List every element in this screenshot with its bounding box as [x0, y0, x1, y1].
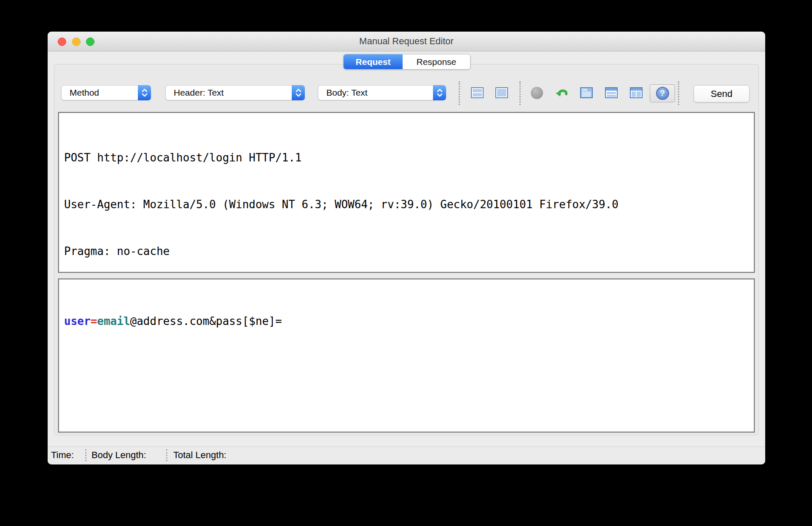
help-button[interactable]: ?	[650, 84, 675, 102]
body-param-value: email	[97, 315, 130, 327]
status-separator	[166, 449, 167, 461]
send-button[interactable]: Send	[694, 85, 750, 102]
body-rest: @address.com&pass[$ne]=	[130, 315, 282, 327]
updown-chevrons-icon	[433, 85, 446, 100]
manual-request-editor-window: Manual Request Editor Request Response M…	[48, 32, 765, 464]
updown-chevrons-icon	[292, 85, 305, 100]
horizontal-split-icon[interactable]	[605, 86, 618, 99]
body-format-dropdown-value: Body: Text	[318, 88, 433, 98]
tab-response[interactable]: Response	[403, 54, 470, 69]
status-bar: Time: Body Length: Total Length:	[48, 447, 765, 463]
header-line: Pragma: no-cache	[64, 244, 755, 259]
header-format-dropdown[interactable]: Header: Text	[165, 85, 305, 100]
method-dropdown-value: Method	[62, 88, 138, 98]
combined-view-icon[interactable]	[495, 86, 508, 99]
status-time-label: Time:	[51, 447, 74, 463]
updown-chevrons-icon	[138, 85, 151, 100]
status-total-length-label: Total Length:	[173, 447, 226, 463]
toolbar-separator	[678, 81, 679, 105]
titlebar[interactable]: Manual Request Editor	[48, 32, 765, 51]
request-header-editor[interactable]: POST http://localhost/login HTTP/1.1 Use…	[58, 112, 755, 273]
body-format-dropdown[interactable]: Body: Text	[318, 85, 446, 100]
toolbar-separator	[459, 81, 460, 105]
request-response-tabs: Request Response	[343, 54, 471, 70]
request-body-editor[interactable]: user=email@address.com&pass[$ne]=	[58, 278, 755, 433]
window-title: Manual Request Editor	[48, 32, 765, 51]
body-line: user=email@address.com&pass[$ne]=	[64, 314, 755, 329]
tab-request[interactable]: Request	[344, 54, 403, 69]
body-param-name: user	[64, 315, 91, 327]
body-equals: =	[91, 315, 97, 327]
help-icon: ?	[656, 87, 669, 100]
follow-redirects-icon[interactable]	[555, 86, 568, 99]
header-format-dropdown-value: Header: Text	[166, 88, 292, 98]
split-view-icon[interactable]	[471, 86, 484, 99]
tracking-session-icon[interactable]	[531, 87, 543, 99]
vertical-split-icon[interactable]	[629, 86, 643, 99]
tab-layout-icon[interactable]	[580, 86, 593, 99]
toolbar-separator	[519, 81, 521, 105]
header-line: User-Agent: Mozilla/5.0 (Windows NT 6.3;…	[64, 197, 755, 212]
screen-background: Manual Request Editor Request Response M…	[0, 0, 812, 526]
method-dropdown[interactable]: Method	[61, 85, 151, 100]
status-separator	[85, 449, 86, 461]
status-body-length-label: Body Length:	[91, 447, 146, 463]
header-line: POST http://localhost/login HTTP/1.1	[64, 150, 755, 166]
